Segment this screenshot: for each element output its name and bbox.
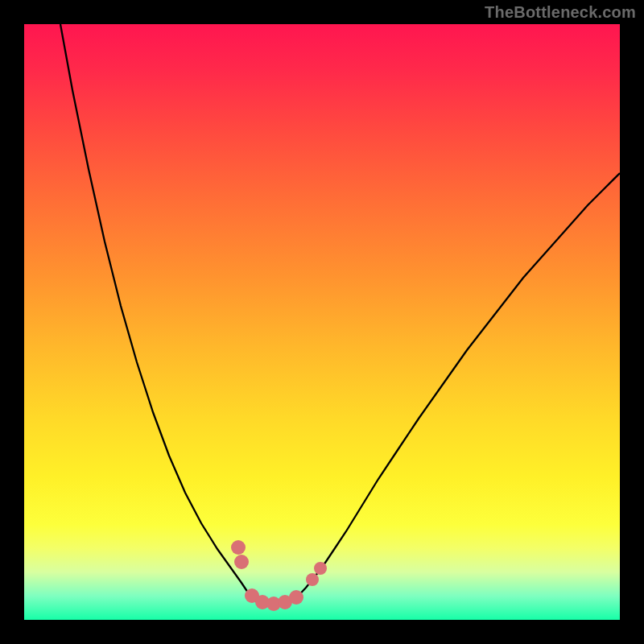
plot-area xyxy=(24,24,620,620)
curve-dot xyxy=(289,590,303,605)
curve-layer xyxy=(24,24,620,620)
outer-frame: TheBottleneck.com xyxy=(0,0,644,644)
curve-dot xyxy=(234,555,249,569)
left-curve xyxy=(60,24,254,601)
watermark-label: TheBottleneck.com xyxy=(485,3,636,22)
curve-dot xyxy=(314,562,327,575)
curve-dots xyxy=(231,540,327,611)
curve-dot xyxy=(231,540,246,555)
right-curve xyxy=(294,173,620,601)
curve-dot xyxy=(306,573,319,586)
